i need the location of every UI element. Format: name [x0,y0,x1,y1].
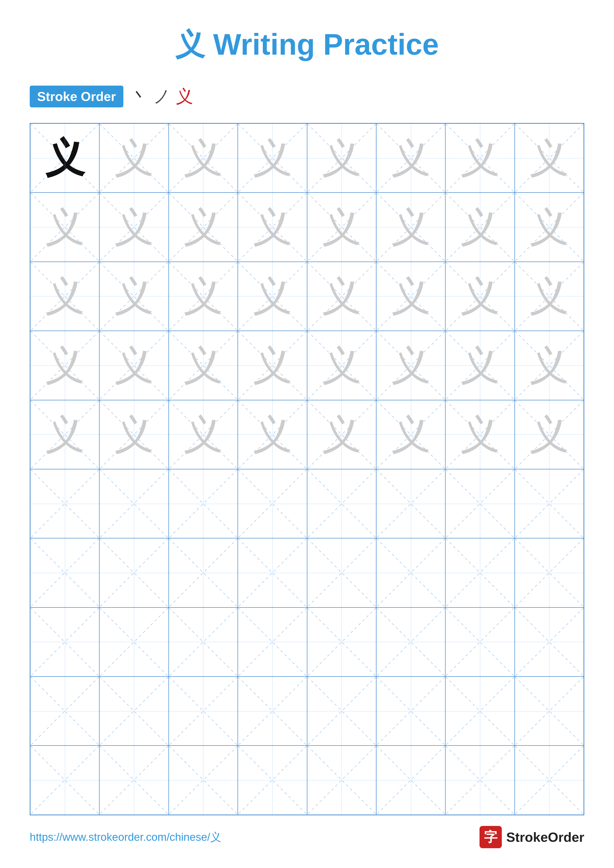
grid-cell[interactable]: 义 [99,124,168,192]
grid-cell[interactable]: 义 [445,124,515,192]
grid-cell[interactable] [169,746,238,815]
grid-cell[interactable] [238,608,307,676]
grid-cell[interactable]: 义 [307,124,376,192]
grid-cell[interactable]: 义 [307,192,376,262]
svg-line-80 [31,470,99,538]
grid-cell[interactable] [307,538,376,607]
grid-cell[interactable]: 义 [30,192,99,262]
grid-cell[interactable] [30,676,99,746]
grid-cell[interactable]: 义 [99,192,168,262]
grid-cell[interactable] [30,469,99,538]
svg-line-156 [446,746,514,814]
svg-line-45 [446,262,514,330]
grid-cell[interactable]: 义 [376,124,445,192]
grid-cell[interactable]: 义 [515,262,584,331]
grid-cell[interactable] [30,538,99,607]
grid-cell[interactable] [99,608,168,676]
grid-cell[interactable] [445,469,515,538]
svg-line-107 [376,538,445,607]
grid-cell[interactable]: 义 [169,192,238,262]
grid-cell[interactable]: 义 [445,331,515,400]
svg-line-6 [238,124,307,192]
grid-cell[interactable] [99,469,168,538]
grid-cell[interactable]: 义 [238,124,307,192]
grid-cell[interactable] [238,676,307,746]
grid-cell[interactable] [307,608,376,676]
grid-cell[interactable]: 义 [445,262,515,331]
grid-cell[interactable]: 义 [99,331,168,400]
grid-cell[interactable] [376,746,445,815]
grid-cell[interactable] [515,608,584,676]
grid-cell[interactable]: 义 [99,400,168,469]
svg-line-48 [31,331,99,400]
grid-cell[interactable] [445,608,515,676]
grid-cell[interactable]: 义 [238,331,307,400]
svg-line-65 [31,400,99,469]
grid-cell[interactable]: 义 [169,124,238,192]
logo-text: StrokeOrder [506,829,584,845]
grid-cell[interactable] [515,746,584,815]
grid-cell[interactable]: 义 [238,192,307,262]
grid-cell[interactable]: 义 [515,331,584,400]
grid-cell[interactable] [445,746,515,815]
grid-cell[interactable] [376,608,445,676]
grid-cell[interactable] [307,746,376,815]
svg-line-144 [31,746,99,814]
grid-cell[interactable] [169,538,238,607]
grid-cell[interactable]: 义 [515,400,584,469]
grid-cell[interactable]: 义 [376,331,445,400]
grid-cell[interactable]: 义 [515,192,584,262]
svg-line-49 [31,331,99,400]
grid-cell[interactable]: 义 [307,262,376,331]
grid-cell[interactable] [376,676,445,746]
svg-line-110 [515,538,583,607]
grid-cell[interactable]: 义 [238,262,307,331]
grid-cell[interactable] [445,538,515,607]
grid-cell[interactable] [238,538,307,607]
grid-cell[interactable]: 义 [30,124,99,192]
grid-cell[interactable]: 义 [169,331,238,400]
grid-cell[interactable] [307,676,376,746]
grid-cell[interactable] [445,676,515,746]
grid-cell[interactable] [30,608,99,676]
grid-cell[interactable] [99,746,168,815]
grid-cell[interactable]: 义 [445,192,515,262]
svg-line-33 [31,262,99,330]
svg-line-154 [376,746,445,814]
grid-cell[interactable] [30,746,99,815]
grid-cell[interactable] [515,469,584,538]
grid-cell[interactable] [238,469,307,538]
svg-line-143 [515,677,583,745]
svg-line-44 [446,262,514,330]
grid-cell[interactable]: 义 [169,262,238,331]
grid-cell[interactable] [169,676,238,746]
grid-cell[interactable] [376,538,445,607]
grid-cell[interactable] [515,538,584,607]
footer-logo: 字 StrokeOrder [479,826,584,848]
svg-line-108 [446,538,514,607]
grid-cell[interactable]: 义 [307,400,376,469]
grid-cell[interactable]: 义 [169,400,238,469]
svg-line-64 [31,400,99,469]
grid-cell[interactable]: 义 [99,262,168,331]
svg-line-61 [446,331,514,400]
grid-cell[interactable]: 义 [30,262,99,331]
grid-cell[interactable] [238,746,307,815]
grid-cell[interactable]: 义 [376,192,445,262]
grid-cell[interactable] [169,469,238,538]
grid-cell[interactable] [99,676,168,746]
grid-cell[interactable] [99,538,168,607]
grid-cell[interactable]: 义 [376,400,445,469]
grid-cell[interactable] [307,469,376,538]
grid-cell[interactable] [169,608,238,676]
svg-line-70 [238,400,307,469]
grid-cell[interactable] [515,676,584,746]
grid-cell[interactable]: 义 [238,400,307,469]
grid-cell[interactable]: 义 [376,262,445,331]
grid-cell[interactable]: 义 [30,331,99,400]
grid-cell[interactable]: 义 [307,331,376,400]
grid-cell[interactable] [376,469,445,538]
grid-cell[interactable]: 义 [515,124,584,192]
grid-cell[interactable]: 义 [445,400,515,469]
grid-cell[interactable]: 义 [30,400,99,469]
